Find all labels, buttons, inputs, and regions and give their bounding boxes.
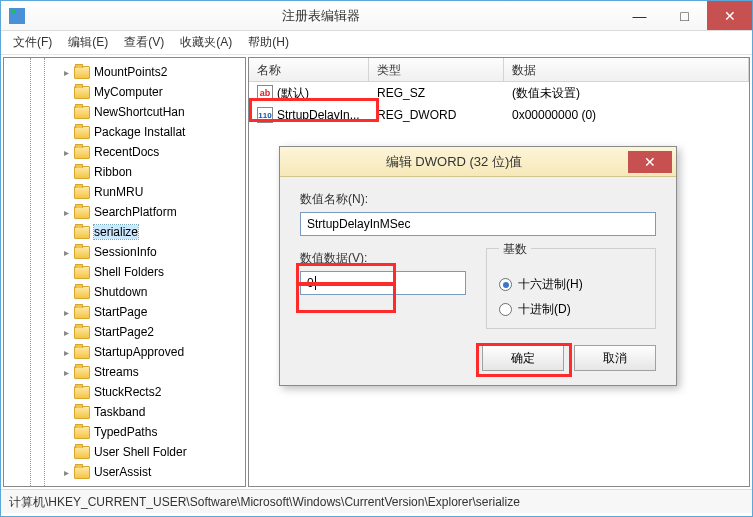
tree-item-shell-folders[interactable]: Shell Folders bbox=[4, 262, 245, 282]
folder-icon bbox=[74, 446, 90, 459]
minimize-button[interactable]: — bbox=[617, 1, 662, 30]
tree-item-runmru[interactable]: RunMRU bbox=[4, 182, 245, 202]
tree-item-label: MyComputer bbox=[94, 85, 163, 99]
close-button[interactable]: ✕ bbox=[707, 1, 752, 30]
tree-item-mountpoints2[interactable]: ▸MountPoints2 bbox=[4, 62, 245, 82]
value-data-input[interactable] bbox=[300, 271, 466, 295]
expand-icon[interactable] bbox=[60, 126, 72, 138]
folder-icon bbox=[74, 186, 90, 199]
expand-icon[interactable] bbox=[60, 286, 72, 298]
expand-icon[interactable]: ▸ bbox=[60, 206, 72, 218]
menu-view[interactable]: 查看(V) bbox=[116, 31, 172, 54]
tree-item-startpage[interactable]: ▸StartPage bbox=[4, 302, 245, 322]
tree-item-streams[interactable]: ▸Streams bbox=[4, 362, 245, 382]
folder-icon bbox=[74, 266, 90, 279]
tree-item-taskband[interactable]: Taskband bbox=[4, 402, 245, 422]
list-row[interactable]: ab(默认)REG_SZ(数值未设置) bbox=[249, 82, 749, 104]
tree-item-ribbon[interactable]: Ribbon bbox=[4, 162, 245, 182]
cancel-button[interactable]: 取消 bbox=[574, 345, 656, 371]
tree-item-label: TypedPaths bbox=[94, 425, 157, 439]
window-title: 注册表编辑器 bbox=[25, 7, 617, 25]
expand-icon[interactable] bbox=[60, 166, 72, 178]
tree-item-label: Ribbon bbox=[94, 165, 132, 179]
menu-help[interactable]: 帮助(H) bbox=[240, 31, 297, 54]
tree-item-label: RunMRU bbox=[94, 185, 143, 199]
tree-item-mycomputer[interactable]: MyComputer bbox=[4, 82, 245, 102]
tree-item-startpage2[interactable]: ▸StartPage2 bbox=[4, 322, 245, 342]
value-name-input[interactable] bbox=[300, 212, 656, 236]
tree-item-package-installat[interactable]: Package Installat bbox=[4, 122, 245, 142]
tree-item-sessioninfo[interactable]: ▸SessionInfo bbox=[4, 242, 245, 262]
tree-item-label: StartPage bbox=[94, 305, 147, 319]
tree-item-serialize[interactable]: serialize bbox=[4, 222, 245, 242]
expand-icon[interactable] bbox=[60, 226, 72, 238]
tree-item-recentdocs[interactable]: ▸RecentDocs bbox=[4, 142, 245, 162]
expand-icon[interactable] bbox=[60, 86, 72, 98]
expand-icon[interactable]: ▸ bbox=[60, 366, 72, 378]
dialog-close-button[interactable]: ✕ bbox=[628, 151, 672, 173]
menu-favorites[interactable]: 收藏夹(A) bbox=[172, 31, 240, 54]
expand-icon[interactable] bbox=[60, 186, 72, 198]
list-header[interactable]: 名称 类型 数据 bbox=[249, 58, 749, 82]
tree-item-label: MountPoints2 bbox=[94, 65, 167, 79]
tree-item-newshortcuthan[interactable]: NewShortcutHan bbox=[4, 102, 245, 122]
folder-icon bbox=[74, 466, 90, 479]
folder-icon bbox=[74, 226, 90, 239]
folder-icon bbox=[74, 206, 90, 219]
tree-item-userassist[interactable]: ▸UserAssist bbox=[4, 462, 245, 482]
expand-icon[interactable] bbox=[60, 266, 72, 278]
expand-icon[interactable] bbox=[60, 406, 72, 418]
list-row[interactable]: 110StrtupDelayIn...REG_DWORD0x00000000 (… bbox=[249, 104, 749, 126]
window-controls: — □ ✕ bbox=[617, 1, 752, 30]
value-type: REG_SZ bbox=[369, 86, 504, 100]
tree-item-label: StartPage2 bbox=[94, 325, 154, 339]
tree-item-label: User Shell Folder bbox=[94, 445, 187, 459]
menu-file[interactable]: 文件(F) bbox=[5, 31, 60, 54]
tree-item-user-shell-folder[interactable]: User Shell Folder bbox=[4, 442, 245, 462]
tree-item-label: SearchPlatform bbox=[94, 205, 177, 219]
expand-icon[interactable] bbox=[60, 386, 72, 398]
tree-item-label: Package Installat bbox=[94, 125, 185, 139]
ok-button[interactable]: 确定 bbox=[482, 345, 564, 371]
tree-item-label: serialize bbox=[94, 225, 138, 239]
dword-value-icon: 110 bbox=[257, 107, 273, 123]
value-type: REG_DWORD bbox=[369, 108, 504, 122]
expand-icon[interactable] bbox=[60, 446, 72, 458]
expand-icon[interactable]: ▸ bbox=[60, 146, 72, 158]
tree-item-label: NewShortcutHan bbox=[94, 105, 185, 119]
folder-icon bbox=[74, 326, 90, 339]
radio-dec-label: 十进制(D) bbox=[518, 301, 571, 318]
folder-icon bbox=[74, 406, 90, 419]
col-type[interactable]: 类型 bbox=[369, 58, 504, 81]
expand-icon[interactable] bbox=[60, 106, 72, 118]
dialog-titlebar[interactable]: 编辑 DWORD (32 位)值 ✕ bbox=[280, 147, 676, 177]
expand-icon[interactable]: ▸ bbox=[60, 346, 72, 358]
tree-item-label: Shutdown bbox=[94, 285, 147, 299]
folder-icon bbox=[74, 166, 90, 179]
tree-item-startupapproved[interactable]: ▸StartupApproved bbox=[4, 342, 245, 362]
radio-hex-row[interactable]: 十六进制(H) bbox=[499, 276, 643, 293]
titlebar[interactable]: 注册表编辑器 — □ ✕ bbox=[1, 1, 752, 31]
expand-icon[interactable]: ▸ bbox=[60, 246, 72, 258]
menu-edit[interactable]: 编辑(E) bbox=[60, 31, 116, 54]
expand-icon[interactable]: ▸ bbox=[60, 326, 72, 338]
tree-item-stuckrects2[interactable]: StuckRects2 bbox=[4, 382, 245, 402]
tree-item-typedpaths[interactable]: TypedPaths bbox=[4, 422, 245, 442]
col-name[interactable]: 名称 bbox=[249, 58, 369, 81]
expand-icon[interactable]: ▸ bbox=[60, 466, 72, 478]
tree-item-searchplatform[interactable]: ▸SearchPlatform bbox=[4, 202, 245, 222]
folder-icon bbox=[74, 66, 90, 79]
registry-editor-window: 注册表编辑器 — □ ✕ 文件(F) 编辑(E) 查看(V) 收藏夹(A) 帮助… bbox=[0, 0, 753, 517]
expand-icon[interactable] bbox=[60, 426, 72, 438]
tree-item-label: RecentDocs bbox=[94, 145, 159, 159]
tree-item-shutdown[interactable]: Shutdown bbox=[4, 282, 245, 302]
dialog-title: 编辑 DWORD (32 位)值 bbox=[280, 153, 628, 171]
radio-dec-row[interactable]: 十进制(D) bbox=[499, 301, 643, 318]
radio-dec[interactable] bbox=[499, 303, 512, 316]
radio-hex[interactable] bbox=[499, 278, 512, 291]
maximize-button[interactable]: □ bbox=[662, 1, 707, 30]
expand-icon[interactable]: ▸ bbox=[60, 66, 72, 78]
tree-pane[interactable]: ▸MountPoints2MyComputerNewShortcutHanPac… bbox=[3, 57, 246, 487]
expand-icon[interactable]: ▸ bbox=[60, 306, 72, 318]
col-data[interactable]: 数据 bbox=[504, 58, 749, 81]
